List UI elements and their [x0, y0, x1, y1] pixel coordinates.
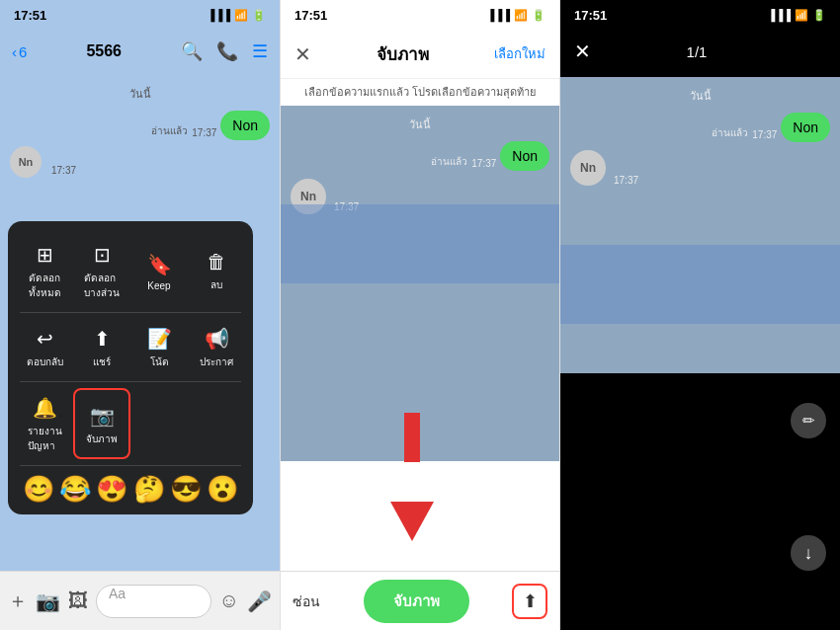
- chat-area-left: วันนี้ อ่านแล้ว 17:37 Non Nn 17:37 ⊞ ตัด…: [0, 73, 280, 557]
- status-icons-right: ▐▐▐ 📶 🔋: [768, 9, 826, 22]
- share-box-button[interactable]: ⬆: [512, 584, 547, 619]
- time-left: 17:51: [14, 8, 46, 23]
- mic-icon[interactable]: 🎤: [247, 590, 272, 613]
- plus-icon[interactable]: ＋: [8, 588, 28, 614]
- mid-msg-time: 17:37: [471, 158, 496, 169]
- mid-panel: 17:51 ▐▐▐ 📶 🔋 ✕ จับภาพ เลือกใหม่ เลือกข้…: [280, 0, 560, 630]
- emoji-input-icon[interactable]: ☺: [219, 590, 239, 612]
- wifi-icon-right: 📶: [795, 9, 808, 22]
- wifi-icon-mid: 📶: [514, 9, 528, 22]
- mid-day-label: วันนี้: [281, 116, 559, 133]
- status-bar-mid: 17:51 ▐▐▐ 📶 🔋: [281, 0, 559, 30]
- ctx-announce[interactable]: 📢 ประกาศ: [188, 319, 245, 375]
- capture-button[interactable]: จับภาพ: [364, 580, 469, 623]
- right-bottom-area: ✏ ↓: [560, 373, 840, 600]
- right-day-label: วันนี้: [560, 77, 840, 105]
- right-chat-bg: วันนี้ อ่านแล้ว 17:37 Non Nn 17:37: [560, 77, 840, 373]
- emoji-1[interactable]: 😊: [23, 474, 54, 505]
- time-mid: 17:51: [294, 8, 327, 23]
- camera-icon[interactable]: 📷: [36, 590, 60, 613]
- ctx-share[interactable]: ⬆ แชร์: [73, 319, 130, 375]
- ctx-share-label: แชร์: [93, 354, 111, 369]
- battery-icon-mid: 🔋: [532, 9, 546, 22]
- ctx-reply[interactable]: ↩ ตอบกลับ: [16, 319, 73, 375]
- right-msg-right: อ่านแล้ว 17:37 Non: [560, 113, 840, 142]
- keep-icon: 🔖: [147, 253, 172, 276]
- right-counter: 1/1: [687, 43, 708, 60]
- ctx-copy-all-label: ตัดลอกทั้งหมด: [29, 271, 61, 300]
- pencil-button[interactable]: ✏: [791, 403, 826, 438]
- ctx-grid-row3: 🔔 รายงานปัญหา 📷 จับภาพ: [8, 384, 253, 463]
- back-count: 6: [19, 43, 27, 60]
- emoji-5[interactable]: 😎: [170, 474, 202, 505]
- right-bubble-non: Non: [781, 113, 830, 142]
- ctx-keep[interactable]: 🔖 Keep: [130, 235, 188, 306]
- right-msg-time-2: 17:37: [614, 175, 638, 186]
- left-panel: 17:51 ▐▐▐ 📶 🔋 ‹ 6 5566 🔍 📞 ☰ วันนี้ อ่าน…: [0, 0, 280, 630]
- mid-header: ✕ จับภาพ เลือกใหม่: [281, 30, 559, 79]
- search-icon[interactable]: 🔍: [181, 40, 203, 62]
- ctx-announce-label: ประกาศ: [200, 354, 233, 369]
- share-icon: ⬆: [94, 327, 111, 351]
- msg-time-1: 17:37: [192, 127, 216, 138]
- ctx-copy-all[interactable]: ⊞ ตัดลอกทั้งหมด: [16, 235, 73, 306]
- call-icon[interactable]: 📞: [216, 40, 238, 62]
- emoji-4[interactable]: 🤔: [133, 474, 165, 505]
- menu-icon[interactable]: ☰: [252, 40, 268, 62]
- announce-icon: 📢: [205, 327, 229, 351]
- ctx-delete[interactable]: 🗑 ลบ: [188, 235, 245, 306]
- right-selection-strip: [560, 245, 840, 324]
- bottom-bar-left: ＋ 📷 🖼 Aa ☺ 🎤: [0, 571, 280, 630]
- time-right: 17:51: [574, 8, 607, 23]
- emoji-3[interactable]: 😍: [96, 474, 127, 505]
- ctx-copy-part[interactable]: ⊡ ตัดลอกบางส่วน: [73, 235, 130, 306]
- chevron-left-icon: ‹: [12, 43, 17, 60]
- report-icon: 🔔: [33, 396, 57, 420]
- emoji-2[interactable]: 😂: [59, 474, 91, 505]
- read-status: อ่านแล้ว: [151, 123, 188, 138]
- right-header: ✕ 1/1: [560, 30, 840, 73]
- ctx-empty-1: [130, 388, 188, 459]
- right-read-status: อ่านแล้ว: [712, 125, 748, 140]
- reply-icon: ↩: [37, 327, 53, 351]
- download-button[interactable]: ↓: [791, 535, 826, 571]
- mid-close-button[interactable]: ✕: [294, 42, 311, 66]
- selection-strip: [281, 204, 559, 283]
- context-menu: ⊞ ตัดลอกทั้งหมด ⊡ ตัดลอกบางส่วน 🔖 Keep 🗑…: [8, 221, 253, 514]
- ctx-note[interactable]: 📝 โน้ต: [130, 319, 188, 375]
- ctx-report[interactable]: 🔔 รายงานปัญหา: [16, 388, 73, 459]
- ctx-screenshot[interactable]: 📷 จับภาพ: [73, 388, 130, 459]
- note-icon: 📝: [147, 327, 172, 351]
- hide-button[interactable]: ซ่อน: [293, 591, 320, 612]
- emoji-6[interactable]: 😮: [207, 474, 238, 505]
- share-box-icon: ⬆: [523, 591, 538, 612]
- emoji-row: 😊 😂 😍 🤔 😎 😮: [8, 468, 253, 509]
- avatar-nn-left: Nn: [10, 146, 42, 178]
- mid-chat-area: วันนี้ อ่านแล้ว 17:37 Non Nn 17:37: [281, 106, 559, 461]
- mid-title: จับภาพ: [377, 40, 429, 67]
- right-msg-time: 17:37: [752, 129, 777, 140]
- trash-icon: 🗑: [207, 251, 226, 274]
- ctx-keep-label: Keep: [147, 280, 170, 291]
- right-close-button[interactable]: ✕: [574, 39, 591, 63]
- nav-bar-left: ‹ 6 5566 🔍 📞 ☰: [0, 30, 280, 73]
- right-panel: 17:51 ▐▐▐ 📶 🔋 ✕ 1/1 วันนี้ อ่านแล้ว 17:3…: [560, 0, 840, 630]
- right-avatar-nn: Nn: [570, 150, 606, 186]
- mid-read-status: อ่านแล้ว: [431, 154, 467, 169]
- ctx-grid-row1: ⊞ ตัดลอกทั้งหมด ⊡ ตัดลอกบางส่วน 🔖 Keep 🗑…: [8, 231, 253, 310]
- message-row-right: อ่านแล้ว 17:37 Non: [10, 111, 270, 140]
- message-input[interactable]: Aa: [96, 585, 211, 618]
- battery-icon: 🔋: [252, 9, 266, 22]
- signal-icon-mid: ▐▐▐: [487, 9, 510, 21]
- ctx-divider-3: [20, 465, 241, 466]
- select-new-button[interactable]: เลือกใหม่: [494, 43, 546, 64]
- arrow-shaft: [404, 413, 420, 462]
- status-bar-right: 17:51 ▐▐▐ 📶 🔋: [560, 0, 840, 30]
- back-button[interactable]: ‹ 6: [12, 43, 27, 60]
- msg-time-2: 17:37: [51, 165, 76, 176]
- signal-icon-right: ▐▐▐: [768, 9, 791, 21]
- image-icon[interactable]: 🖼: [68, 590, 88, 612]
- copy-all-icon: ⊞: [37, 243, 53, 267]
- ctx-report-label: รายงานปัญหา: [28, 424, 62, 453]
- ctx-grid-row2: ↩ ตอบกลับ ⬆ แชร์ 📝 โน้ต 📢 ประกาศ: [8, 315, 253, 379]
